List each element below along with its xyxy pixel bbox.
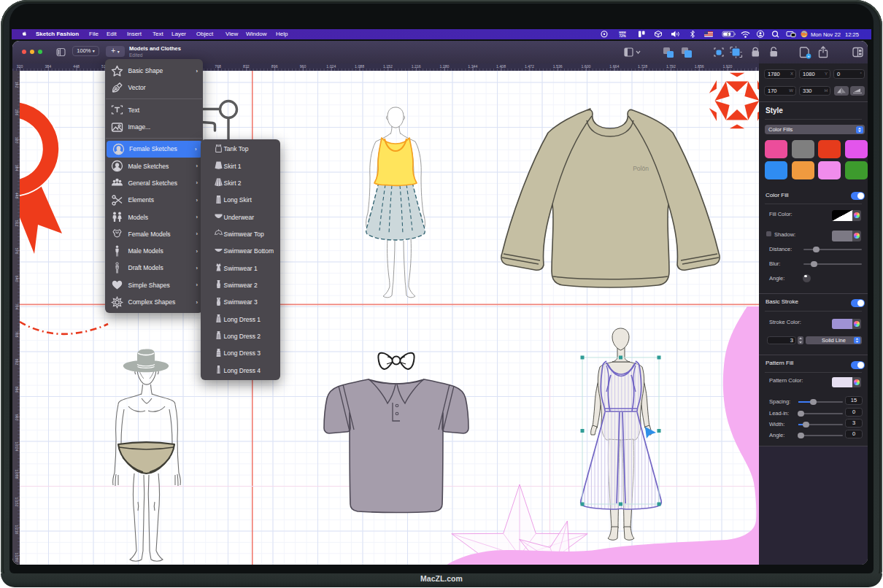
svg-text:Mon Nov 22: Mon Nov 22 <box>811 31 841 38</box>
svg-text:MEM: MEM <box>619 31 626 34</box>
svg-text:12:25: 12:25 <box>845 31 859 38</box>
svg-text:+: + <box>808 54 810 58</box>
svg-text:72%: 72% <box>619 34 625 38</box>
svg-text:Polōn: Polōn <box>633 165 649 172</box>
